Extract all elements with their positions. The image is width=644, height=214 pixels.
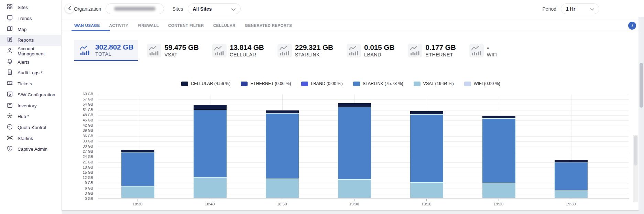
stat-value: 0.015 GB <box>364 44 394 51</box>
chart-legend: CELLULAR (4.56 %) ETHERNET (0.06 %) LBAN… <box>62 81 620 86</box>
sidebar-item-label: Audit Logs * <box>18 70 43 75</box>
stat-label: ETHERNET <box>425 52 456 57</box>
legend-label: VSAT (19.64 %) <box>423 81 454 86</box>
report-tabs: WAN USAGEACTIVITYFIREWALLCONTENT FILTERC… <box>62 20 644 31</box>
sidebar-item-label: Map <box>18 27 26 32</box>
tabs-list: WAN USAGEACTIVITYFIREWALLCONTENT FILTERC… <box>74 20 301 31</box>
bar-segment-cellular <box>410 111 443 115</box>
bar-trend-icon <box>408 44 422 57</box>
stat-card-lband[interactable]: 0.015 GB LBAND <box>343 40 399 61</box>
report-icon <box>7 36 13 44</box>
legend-item-ethernet[interactable]: ETHERNET (0.06 %) <box>241 81 291 86</box>
window-scrollbar[interactable] <box>638 17 644 214</box>
user-icon <box>7 47 13 55</box>
y-axis-tick-label: 9 GB <box>62 181 93 185</box>
sidebar-item-tickets[interactable]: Tickets <box>0 78 61 89</box>
sidebar-item-label: Account Management <box>18 46 61 56</box>
period-select-value: 1 Hr <box>566 6 575 12</box>
stat-label: TOTAL <box>95 51 133 57</box>
x-axis-tick-label: 18:30 <box>133 202 143 206</box>
sidebar-item-reports[interactable]: Reports <box>0 35 61 46</box>
y-axis-tick-label: 30 GB <box>62 144 93 148</box>
bar-18-40[interactable] <box>194 105 227 198</box>
monitor-icon <box>7 14 13 22</box>
stat-card-vsat[interactable]: 59.475 GB VSAT <box>143 40 203 61</box>
sidebar-item-captive-admin[interactable]: Captive Admin <box>0 144 61 155</box>
bell-icon <box>7 58 13 66</box>
bar-18-50[interactable] <box>266 110 299 198</box>
x-axis-tick-label: 19:30 <box>566 202 576 206</box>
period-select[interactable]: 1 Hr <box>561 3 599 14</box>
y-axis-tick-label: 0 GB <box>62 196 93 201</box>
stat-label: LBAND <box>364 52 394 57</box>
sidebar-item-inventory[interactable]: Inventory <box>0 100 61 111</box>
wan-usage-chart: CELLULAR (4.56 %) ETHERNET (0.06 %) LBAN… <box>62 67 644 206</box>
legend-item-lband[interactable]: LBAND (0.00 %) <box>301 81 342 86</box>
y-axis-tick-label: 48 GB <box>62 113 93 117</box>
sidebar-item-alerts[interactable]: Alerts <box>0 56 61 67</box>
sidebar-item-trends[interactable]: Trends <box>0 13 61 24</box>
bar-segment-vsat <box>121 186 154 198</box>
map-icon <box>7 25 13 33</box>
y-axis-tick-label: 27 GB <box>62 149 93 153</box>
shield-icon <box>7 145 13 153</box>
sidebar-item-starlink[interactable]: Starlink <box>0 133 61 144</box>
legend-item-starlink[interactable]: STARLINK (75.73 %) <box>353 81 403 86</box>
pie-icon <box>7 124 13 131</box>
y-axis-tick-label: 51 GB <box>62 108 93 112</box>
tab-generated-reports[interactable]: GENERATED REPORTS <box>245 20 292 31</box>
bar-19-20[interactable] <box>482 116 515 198</box>
stat-card-starlink[interactable]: 229.321 GB STARLINK <box>274 40 338 61</box>
tab-wan-usage[interactable]: WAN USAGE <box>74 20 100 31</box>
sidebar-item-account-management[interactable]: Account Management <box>0 46 61 57</box>
bar-segment-vsat <box>410 183 443 198</box>
info-icon[interactable]: i <box>628 22 636 30</box>
bar-segment-starlink <box>266 114 299 179</box>
stat-card-cellular[interactable]: 13.814 GB CELLULAR <box>209 40 269 61</box>
chart-scrollbar[interactable] <box>633 135 638 202</box>
chart-scrollbar-thumb[interactable] <box>634 136 637 165</box>
sidebar-item-map[interactable]: Map <box>0 24 61 35</box>
stat-card-ethernet[interactable]: 0.177 GB ETHERNET <box>404 40 460 61</box>
legend-item-wifi[interactable]: WIFI (0.00 %) <box>464 81 500 86</box>
period-label: Period <box>543 6 556 12</box>
starlink-x-icon <box>7 135 13 142</box>
sidebar-item-audit-logs[interactable]: Audit Logs * <box>0 67 61 78</box>
legend-item-vsat[interactable]: VSAT (19.64 %) <box>414 81 454 86</box>
y-axis-tick-label: 45 GB <box>62 118 93 122</box>
sidebar-item-sites[interactable]: Sites <box>0 2 61 13</box>
legend-swatch <box>301 82 308 86</box>
sidebar-item-quota-kontrol[interactable]: Quota Kontrol <box>0 122 61 133</box>
organization-select[interactable] <box>106 3 164 14</box>
chart-plot-area <box>98 94 629 199</box>
document-icon <box>7 69 13 77</box>
stat-value: 13.814 GB <box>230 44 264 51</box>
tab-activity[interactable]: ACTIVITY <box>109 20 129 31</box>
sites-label: Sites <box>172 6 183 12</box>
stat-card-wifi[interactable]: - WIFI <box>466 40 502 61</box>
bar-19-00[interactable] <box>338 103 371 198</box>
collapse-sidebar-button[interactable] <box>65 4 74 13</box>
window-scrollbar-thumb[interactable] <box>640 63 643 108</box>
topbar: Organization Sites All Sites Period 1 Hr <box>62 0 644 20</box>
bar-segment-cellular <box>338 103 371 107</box>
sidebar-item-label: Sites <box>18 5 28 10</box>
bar-19-30[interactable] <box>555 160 588 198</box>
tab-cellular[interactable]: CELLULAR <box>213 20 236 31</box>
stat-label: CELLULAR <box>230 52 264 57</box>
bar-19-10[interactable] <box>410 111 443 198</box>
chevron-down-icon <box>231 6 236 12</box>
y-axis-tick-label: 6 GB <box>62 186 93 190</box>
tab-content-filter[interactable]: CONTENT FILTER <box>168 20 204 31</box>
sidebar-item-s-w-configuration[interactable]: S/W Configuration <box>0 89 61 100</box>
stat-card-total[interactable]: 302.802 GB TOTAL <box>74 40 138 61</box>
bar-trend-icon <box>469 44 484 57</box>
bar-segment-starlink <box>338 107 371 180</box>
sites-select[interactable]: All Sites <box>188 3 241 14</box>
tab-firewall[interactable]: FIREWALL <box>138 20 159 31</box>
legend-item-cellular[interactable]: CELLULAR (4.56 %) <box>181 81 230 86</box>
sidebar-item-hub[interactable]: Hub * <box>0 111 61 122</box>
y-axis-tick-label: 18 GB <box>62 165 93 169</box>
bar-18-30[interactable] <box>121 150 154 198</box>
bar-trend-icon <box>277 44 292 57</box>
